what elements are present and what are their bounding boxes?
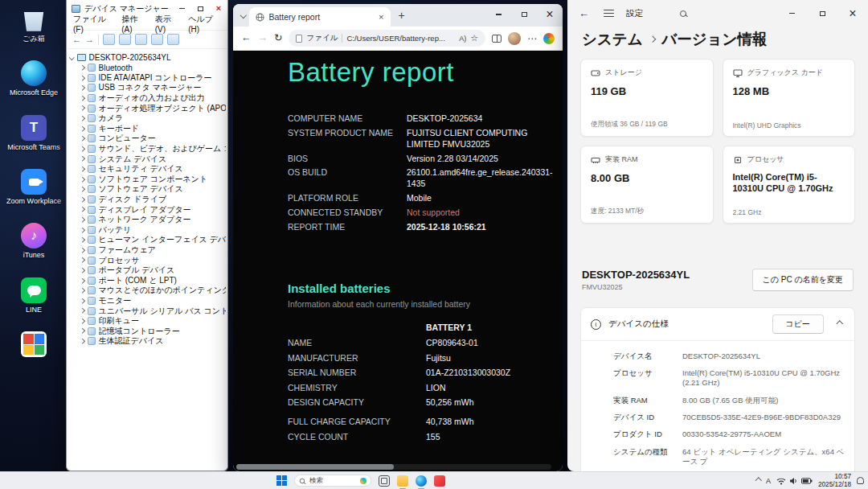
expand-chevron-icon[interactable]	[80, 146, 84, 151]
expand-chevron-icon[interactable]	[80, 288, 84, 293]
rename-pc-button[interactable]: この PC の名前を変更	[752, 269, 854, 291]
tree-item[interactable]: Bluetooth	[70, 63, 226, 73]
tree-item[interactable]: キーボード	[70, 124, 226, 134]
expand-chevron-icon[interactable]	[80, 177, 84, 182]
menu-item[interactable]: ファイル(F)	[73, 14, 113, 34]
expand-chevron-icon[interactable]	[80, 187, 84, 191]
address-bar[interactable]: ファイル C:/Users/USER/battery-rep... A) ☆	[289, 30, 485, 47]
refresh-icon[interactable]: ↻	[274, 33, 282, 43]
toolbar-icon-update[interactable]	[167, 34, 179, 45]
taskbar-clock[interactable]: 10:57 2025/12/18	[818, 473, 851, 488]
tree-item[interactable]: IDE ATA/ATAPI コントローラー	[70, 73, 226, 84]
expand-chevron-icon[interactable]	[80, 329, 84, 334]
tree-item[interactable]: セキュリティ デバイス	[70, 164, 226, 175]
expand-chevron-icon[interactable]	[80, 248, 84, 253]
desktop-icon-recycle-bin[interactable]: ごみ箱	[5, 6, 63, 43]
tree-item[interactable]: 生体認証デバイス	[70, 336, 226, 347]
expand-chevron-icon[interactable]	[80, 257, 84, 262]
taskbar-search[interactable]: 検索	[294, 475, 371, 487]
maximize-button[interactable]	[511, 4, 537, 25]
horizontal-scrollbar-track[interactable]	[236, 464, 551, 470]
navigation-menu-icon[interactable]	[604, 10, 614, 17]
expand-chevron-icon[interactable]	[80, 228, 84, 232]
tree-item[interactable]: ポータブル デバイス	[70, 265, 226, 276]
forward-icon[interactable]: →	[85, 35, 94, 44]
new-tab-button[interactable]: +	[399, 10, 405, 21]
expand-chevron-icon[interactable]	[80, 217, 84, 222]
favorite-star-icon[interactable]: ☆	[470, 34, 478, 43]
search-icon[interactable]	[680, 10, 686, 17]
toolbar-icon-help[interactable]	[135, 34, 147, 45]
desktop-icon-zoom[interactable]: Zoom Workplace	[5, 169, 63, 205]
expand-chevron-icon[interactable]	[80, 268, 84, 273]
menu-item[interactable]: ヘルプ(H)	[188, 14, 221, 34]
menu-item[interactable]: 操作(A)	[121, 14, 146, 34]
tree-item[interactable]: ファームウェア	[70, 245, 226, 256]
tree-item[interactable]: ディスク ドライブ	[70, 195, 226, 205]
expand-chevron-icon[interactable]	[80, 207, 84, 212]
expand-chevron-icon[interactable]	[80, 76, 84, 80]
tree-item[interactable]: オーディオの入力および出力	[70, 93, 226, 104]
expand-chevron-icon[interactable]	[80, 96, 84, 101]
back-icon[interactable]: ←	[72, 35, 81, 44]
toolbar-icon-properties[interactable]	[119, 34, 131, 45]
edge-taskbar-icon[interactable]	[416, 475, 427, 487]
desktop-icon-app[interactable]	[5, 331, 63, 360]
start-button[interactable]	[276, 475, 287, 486]
tree-item[interactable]: ヒューマン インターフェイス デバイス	[70, 235, 226, 245]
minimize-button[interactable]	[776, 0, 807, 27]
tree-item[interactable]: ディスプレイ アダプター	[70, 204, 226, 215]
browser-tab[interactable]: Battery report ×	[249, 7, 391, 27]
tree-item[interactable]: システム デバイス	[70, 154, 226, 164]
tree-item[interactable]: マウスとそのほかのポインティング デバイス	[70, 286, 226, 296]
ime-indicator[interactable]: A	[766, 477, 771, 485]
expand-chevron-icon[interactable]	[80, 237, 84, 242]
tree-item[interactable]: プロセッサ	[70, 255, 226, 265]
toolbar-icon-scan[interactable]	[151, 34, 163, 45]
expand-chevron-icon[interactable]	[80, 166, 84, 171]
file-explorer-icon[interactable]	[397, 475, 408, 487]
close-button[interactable]: ×	[537, 4, 563, 25]
tree-item[interactable]: カメラ	[70, 113, 226, 124]
desktop-icon-teams[interactable]: T Microsoft Teams	[5, 115, 63, 151]
hidden-icons-chevron[interactable]	[755, 478, 761, 484]
expand-chevron-icon[interactable]	[80, 85, 84, 90]
tree-item[interactable]: モニター	[70, 296, 226, 306]
expand-chevron-icon[interactable]	[80, 116, 84, 121]
copy-button[interactable]: コピー	[772, 314, 824, 334]
expand-chevron-icon[interactable]	[80, 298, 84, 303]
tree-item[interactable]: USB コネクタ マネージャー	[70, 83, 226, 93]
close-button[interactable]: ×	[837, 0, 868, 27]
tree-item[interactable]: ソフトウェア コンポーネント	[70, 175, 226, 185]
tree-item[interactable]: ユニバーサル シリアル バス コントローラー	[70, 306, 226, 316]
breadcrumb-system[interactable]: システム	[582, 29, 643, 49]
copilot-icon[interactable]	[543, 33, 555, 44]
collapse-chevron-icon[interactable]	[69, 55, 74, 60]
horizontal-scrollbar-thumb[interactable]	[236, 464, 394, 470]
tree-root-node[interactable]: DESKTOP-2025634YL	[70, 52, 226, 63]
notification-bell-icon[interactable]	[857, 477, 864, 484]
tree-item[interactable]: ソフトウェア デバイス	[70, 184, 226, 195]
expand-chevron-icon[interactable]	[80, 156, 84, 161]
expand-chevron-icon[interactable]	[80, 278, 84, 283]
device-spec-header[interactable]: i デバイスの仕様 コピー	[581, 308, 854, 340]
tree-item[interactable]: バッテリ	[70, 225, 226, 236]
task-view-icon[interactable]	[379, 475, 390, 487]
expand-chevron-icon[interactable]	[80, 318, 84, 323]
tree-item[interactable]: コンピューター	[70, 134, 226, 144]
expand-chevron-icon[interactable]	[80, 339, 84, 343]
maximize-button[interactable]	[807, 0, 837, 27]
toolbar-icon-console[interactable]	[103, 34, 115, 45]
collapse-chevron-icon[interactable]	[836, 321, 842, 327]
expand-chevron-icon[interactable]	[80, 197, 84, 202]
read-aloud-icon[interactable]: A)	[459, 35, 466, 43]
expand-chevron-icon[interactable]	[80, 136, 84, 141]
tree-item[interactable]: サウンド、ビデオ、およびゲーム コントローラー	[70, 144, 226, 154]
expand-chevron-icon[interactable]	[80, 126, 84, 131]
tree-item[interactable]: オーディオ処理オブジェクト (APO)	[70, 103, 226, 113]
profile-avatar[interactable]	[508, 32, 521, 45]
menu-item[interactable]: 表示(V)	[155, 14, 180, 34]
split-screen-icon[interactable]	[492, 35, 502, 43]
tab-close-icon[interactable]: ×	[379, 13, 383, 22]
tray-status-icons[interactable]	[776, 477, 813, 485]
